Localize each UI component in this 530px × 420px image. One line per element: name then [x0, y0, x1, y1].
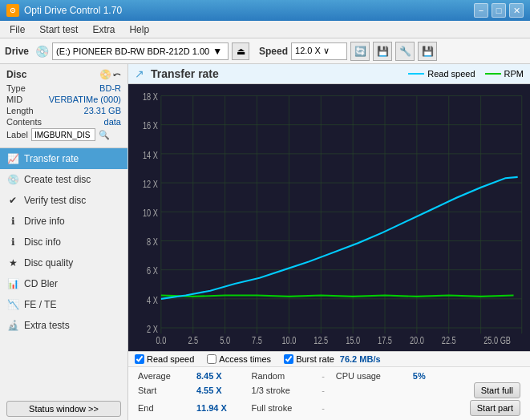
svg-text:5.0: 5.0	[220, 335, 230, 346]
disc-icon-1: 📀	[99, 69, 111, 80]
eject-button[interactable]: ⏏	[232, 42, 249, 60]
drive-info-icon: ℹ	[6, 215, 19, 228]
transfer-rate-icon: 📈	[6, 152, 19, 165]
maximize-button[interactable]: □	[492, 3, 506, 18]
refresh-button[interactable]: 🔄	[350, 42, 370, 61]
full-stroke-label: Full stroke	[249, 399, 319, 417]
access-times-checkbox[interactable]	[207, 354, 216, 364]
nav-cd-bler[interactable]: 📊 CD Bler	[0, 273, 127, 294]
speed-label: Speed	[259, 46, 288, 57]
save-btn[interactable]: 💾	[418, 42, 437, 61]
legend-read-speed-label: Read speed	[427, 69, 475, 79]
drive-icon: 💿	[35, 45, 49, 58]
settings-btn[interactable]: 🔧	[395, 42, 415, 61]
mid-label: MID	[6, 95, 22, 104]
read-speed-checkbox-container: Read speed	[135, 354, 194, 364]
cpu-value: 5%	[410, 370, 439, 382]
disc-info-btn[interactable]: 💾	[373, 42, 392, 61]
svg-text:12 X: 12 X	[143, 178, 158, 189]
stroke1-value: -	[318, 382, 332, 399]
start-full-button[interactable]: Start full	[474, 382, 520, 398]
svg-text:10.0: 10.0	[281, 335, 296, 346]
cpu-label: CPU usage	[333, 370, 410, 382]
drive-label: Drive	[5, 46, 29, 57]
drive-name: (E:) PIONEER BD-RW BDR-212D 1.00	[56, 46, 209, 56]
disc-info-icon: ℹ	[6, 236, 19, 248]
nav-extra-tests-label: Extra tests	[24, 320, 70, 331]
burst-rate-value: 76.2 MB/s	[340, 354, 381, 364]
menu-start-test[interactable]: Start test	[33, 22, 84, 37]
svg-text:17.5: 17.5	[378, 335, 392, 346]
end-value: 11.94 X	[193, 399, 249, 417]
burst-rate-checkbox-container: Burst rate 76.2 MB/s	[284, 354, 380, 364]
nav-transfer-rate[interactable]: 📈 Transfer rate	[0, 148, 127, 169]
legend-read-speed: Read speed	[408, 69, 475, 79]
svg-text:14 X: 14 X	[143, 149, 158, 160]
menu-help[interactable]: Help	[123, 22, 156, 37]
svg-text:4 X: 4 X	[147, 294, 158, 305]
start-part-button[interactable]: Start part	[470, 400, 520, 416]
menu-bar: File Start test Extra Help	[0, 21, 530, 38]
nav-verify-test-disc[interactable]: ✔ Verify test disc	[0, 190, 127, 211]
nav-verify-test-disc-label: Verify test disc	[24, 195, 86, 206]
disc-section-title: Disc	[6, 69, 26, 80]
nav-disc-quality[interactable]: ★ Disc quality	[0, 252, 127, 273]
nav-create-test-disc-label: Create test disc	[24, 174, 91, 185]
stats-row-1: Average 8.45 X Random - CPU usage 5%	[135, 370, 524, 382]
nav-transfer-rate-label: Transfer rate	[24, 153, 79, 164]
menu-file[interactable]: File	[3, 22, 31, 37]
contents-label: Contents	[6, 117, 42, 127]
nav-drive-info[interactable]: ℹ Drive info	[0, 211, 127, 232]
svg-text:2.5: 2.5	[188, 335, 198, 346]
label-input[interactable]	[31, 128, 95, 141]
svg-text:15.0: 15.0	[346, 335, 360, 346]
nav-extra-tests[interactable]: 🔬 Extra tests	[0, 315, 127, 336]
nav-create-test-disc[interactable]: 💿 Create test disc	[0, 169, 127, 190]
svg-text:12.5: 12.5	[314, 335, 328, 346]
svg-text:22.5: 22.5	[442, 335, 456, 346]
fe-te-icon: 📉	[6, 298, 19, 311]
access-times-checkbox-label: Access times	[219, 354, 271, 364]
disc-info-panel: Disc 📀 ⤺ Type BD-R MID VERBATIMe (000) L…	[0, 64, 127, 148]
transfer-rate-chart: 18 X 16 X 14 X 12 X 10 X 8 X 6 X 4 X 2 X…	[128, 84, 530, 351]
stats-table: Average 8.45 X Random - CPU usage 5% Sta…	[135, 370, 524, 417]
minimize-button[interactable]: −	[474, 3, 488, 18]
status-window-button[interactable]: Status window >>	[6, 401, 121, 417]
burst-rate-checkbox[interactable]	[284, 354, 293, 364]
chart-title: Transfer rate	[151, 67, 402, 80]
nav-drive-info-label: Drive info	[24, 216, 65, 227]
nav-fe-te-label: FE / TE	[24, 299, 56, 310]
random-value: -	[318, 370, 332, 382]
drive-select[interactable]: (E:) PIONEER BD-RW BDR-212D 1.00 ▼	[52, 42, 229, 60]
start-label: Start	[135, 382, 193, 399]
label-search-icon[interactable]: 🔍	[99, 130, 110, 140]
stroke1-label: 1/3 stroke	[249, 382, 319, 399]
nav-menu: 📈 Transfer rate 💿 Create test disc ✔ Ver…	[0, 148, 127, 398]
svg-text:16 X: 16 X	[143, 120, 158, 131]
nav-fe-te[interactable]: 📉 FE / TE	[0, 294, 127, 315]
disc-panel-header: Disc 📀 ⤺	[6, 69, 121, 80]
legend-rpm-color	[485, 73, 501, 75]
stats-row-3: End 11.94 X Full stroke - Start part	[135, 399, 524, 417]
app-title: Opti Drive Control 1.70	[24, 5, 122, 16]
svg-text:18 X: 18 X	[143, 91, 158, 103]
nav-disc-quality-label: Disc quality	[24, 257, 73, 269]
svg-rect-0	[128, 84, 530, 351]
type-label: Type	[6, 83, 26, 93]
disc-mid-row: MID VERBATIMe (000)	[6, 95, 121, 104]
svg-text:10 X: 10 X	[143, 208, 158, 219]
menu-extra[interactable]: Extra	[86, 22, 121, 37]
speed-value: 12.0 X ∨	[295, 46, 330, 56]
svg-text:7.5: 7.5	[252, 335, 262, 346]
title-bar-controls: − □ ✕	[474, 3, 524, 18]
extra-tests-icon: 🔬	[6, 319, 19, 332]
cd-bler-icon: 📊	[6, 277, 19, 290]
nav-disc-info[interactable]: ℹ Disc info	[0, 232, 127, 252]
read-speed-checkbox[interactable]	[135, 354, 144, 364]
close-button[interactable]: ✕	[509, 3, 524, 18]
disc-quality-icon: ★	[6, 256, 19, 269]
contents-value: data	[104, 117, 121, 127]
burst-rate-checkbox-label: Burst rate	[296, 354, 334, 364]
title-bar: ⊙ Opti Drive Control 1.70 − □ ✕	[0, 0, 530, 21]
speed-select[interactable]: 12.0 X ∨	[291, 42, 347, 60]
